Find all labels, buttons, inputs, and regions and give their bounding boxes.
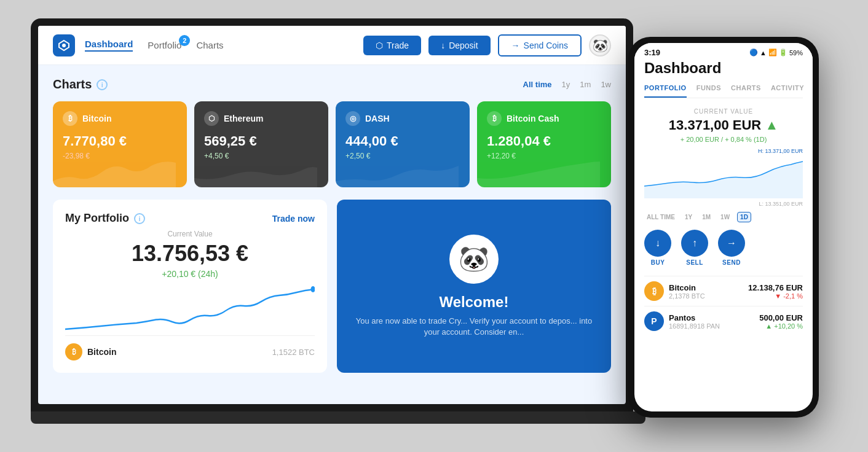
panda-avatar: 🐼 [449, 235, 499, 284]
phone-screen: 3:19 🔵 ▲ 📶 🔋 59% Dashboard PORTFOLIO FUN… [634, 43, 813, 411]
phone-filter-1d[interactable]: 1D [737, 212, 751, 222]
phone-bitcoin-icon: ₿ [644, 281, 664, 301]
bitcoin-portfolio-row: ₿ Bitcoin 1,1522 BTC [65, 335, 315, 360]
phone-buy-icon: ↓ [644, 230, 671, 257]
phone-bitcoin-name: Bitcoin [669, 283, 705, 292]
user-avatar[interactable]: 🐼 [589, 34, 611, 56]
welcome-card: 🐼 Welcome! You are now able to trade Cry… [337, 200, 611, 373]
nav-charts[interactable]: Charts [196, 40, 223, 50]
laptop-frame: Dashboard Portfolio 2 Charts ⬡ Trade [31, 18, 633, 411]
phone-send-icon: → [718, 230, 745, 257]
send-coins-button[interactable]: → Send Coins [498, 34, 582, 56]
trade-button[interactable]: ⬡ Trade [363, 36, 421, 55]
bitcoin-cash-value: 1.280,04 € [487, 133, 601, 149]
trade-now-link[interactable]: Trade now [272, 214, 315, 224]
phone-bitcoin-change: ▼ -2,1 % [748, 292, 803, 300]
nav-links: Dashboard Portfolio 2 Charts [85, 39, 363, 52]
current-value-label: Current Value [65, 230, 315, 238]
nav-logo [53, 34, 75, 56]
scene: Dashboard Portfolio 2 Charts ⬡ Trade [0, 0, 868, 452]
web-app: Dashboard Portfolio 2 Charts ⬡ Trade [38, 26, 626, 404]
portfolio-chart [65, 286, 315, 335]
phone-pantos-icon: P [644, 311, 664, 331]
phone-send-btn[interactable]: → SEND [718, 230, 745, 266]
bitcoin-cash-name: Bitcoin Cash [507, 114, 559, 123]
ethereum-value: 569,25 € [204, 133, 318, 149]
phone-send-label: SEND [722, 259, 741, 266]
filter-1w[interactable]: 1w [601, 80, 611, 89]
phone-arrow-up: ▲ [765, 117, 778, 133]
phone-dashboard-title: Dashboard [644, 60, 803, 77]
phone-filter-1w[interactable]: 1W [718, 212, 732, 222]
deposit-button[interactable]: ↓ Deposit [428, 36, 490, 55]
phone-bitcoin-info: ₿ Bitcoin 2,1378 BTC [644, 281, 705, 301]
phone-bitcoin-row[interactable]: ₿ Bitcoin 2,1378 BTC 12.138,76 EUR ▼ -2,… [644, 276, 803, 306]
dash-icon: ◎ [345, 111, 360, 126]
phone-tab-charts[interactable]: CHARTS [731, 84, 761, 98]
filter-all-time[interactable]: All time [523, 80, 552, 89]
bitcoin-cash-card[interactable]: ₿ Bitcoin Cash 1.280,04 € +12,20 € [477, 101, 611, 187]
phone-buy-label: BUY [651, 259, 665, 266]
phone-pantos-change: ▲ +10,20 % [759, 322, 803, 330]
send-icon: → [511, 41, 520, 50]
phone-time: 3:19 [644, 48, 660, 57]
phone-current-value-label: CURRENT VALUE [644, 108, 803, 115]
phone-bitcoin-value: 12.138,76 EUR [748, 283, 803, 292]
bottom-section: My Portfolio i Trade now Current Value 1… [53, 200, 611, 373]
portfolio-info-icon[interactable]: i [134, 213, 145, 224]
portfolio-badge: 2 [179, 35, 190, 46]
nav-dashboard[interactable]: Dashboard [85, 39, 133, 52]
phone-buy-btn[interactable]: ↓ BUY [644, 230, 671, 266]
laptop: Dashboard Portfolio 2 Charts ⬡ Trade [31, 18, 645, 436]
phone-tab-portfolio[interactable]: PORTFOLIO [644, 84, 687, 98]
bitcoin-card[interactable]: ₿ Bitcoin 7.770,80 € -23,98 € [53, 101, 187, 187]
phone-pantos-row[interactable]: P Pantos 16891,8918 PAN 500,00 EUR ▲ +10… [644, 306, 803, 336]
bitcoin-icon: ₿ [63, 111, 77, 126]
filter-1m[interactable]: 1m [580, 80, 591, 89]
btc-row-details: Bitcoin [87, 347, 116, 357]
phone-tab-funds[interactable]: FUNDS [696, 84, 721, 98]
phone-action-buttons: ↓ BUY ↑ SELL → SEND [644, 230, 803, 266]
btc-row-name: Bitcoin [87, 347, 116, 357]
ethereum-card[interactable]: ⬡ Ethereum 569,25 € +4,50 € [194, 101, 328, 187]
phone-tab-activity[interactable]: ACTIVITY [771, 84, 804, 98]
bitcoin-cash-header: ₿ Bitcoin Cash [487, 111, 601, 126]
phone-pantos-amount: 16891,8918 PAN [669, 322, 720, 330]
portfolio-card-title: My Portfolio i [65, 212, 145, 225]
phone-chart-low: L: 13.351,00 EUR [644, 201, 803, 207]
phone-status-bar: 3:19 🔵 ▲ 📶 🔋 59% [634, 43, 813, 60]
ethereum-icon: ⬡ [204, 111, 219, 126]
charts-section: Charts i All time 1y 1m 1w [53, 77, 611, 187]
phone-filter-1m[interactable]: 1M [700, 212, 713, 222]
charts-title: Charts i [53, 77, 108, 92]
btc-row-amount: 1,1522 BTC [272, 348, 315, 357]
svg-point-2 [310, 286, 315, 292]
phone-sell-btn[interactable]: ↑ SELL [681, 230, 708, 266]
portfolio-card: My Portfolio i Trade now Current Value 1… [53, 200, 327, 373]
charts-info-icon[interactable]: i [97, 79, 108, 90]
dash-card[interactable]: ◎ DASH 444,00 € +2,50 € [336, 101, 470, 187]
phone-filter-1y[interactable]: 1Y [682, 212, 695, 222]
btc-row-icon: ₿ [65, 343, 82, 360]
portfolio-value: 13.756,53 € [65, 241, 315, 267]
bitcoin-value: 7.770,80 € [63, 133, 177, 149]
portfolio-change: +20,10 € (24h) [65, 269, 315, 279]
ethereum-name: Ethereum [224, 114, 264, 123]
filter-1y[interactable]: 1y [562, 80, 570, 89]
navbar: Dashboard Portfolio 2 Charts ⬡ Trade [38, 26, 626, 65]
nav-actions: ⬡ Trade ↓ Deposit → Send Coins [363, 34, 611, 56]
phone-portfolio-value: 13.371,00 EUR ▲ [644, 117, 803, 133]
bitcoin-cash-icon: ₿ [487, 111, 502, 126]
phone-bitcoin-amount: 2,1378 BTC [669, 292, 705, 300]
phone-time-filters: ALL TIME 1Y 1M 1W 1D [644, 212, 803, 222]
dash-name: DASH [365, 114, 390, 123]
deposit-icon: ↓ [441, 41, 445, 50]
phone-content: Dashboard PORTFOLIO FUNDS CHARTS ACTIVIT… [634, 60, 813, 411]
phone-portfolio-change: + 20,00 EUR / + 0,84 % (1D) [644, 136, 803, 143]
nav-portfolio[interactable]: Portfolio 2 [148, 40, 181, 50]
phone-filter-alltime[interactable]: ALL TIME [644, 212, 677, 222]
welcome-text: You are now able to trade Cry... Verify … [349, 316, 599, 338]
charts-header: Charts i All time 1y 1m 1w [53, 77, 611, 92]
bitcoin-info: ₿ Bitcoin [65, 343, 116, 360]
phone-chart-high: H: 13.371,00 EUR [644, 148, 803, 154]
